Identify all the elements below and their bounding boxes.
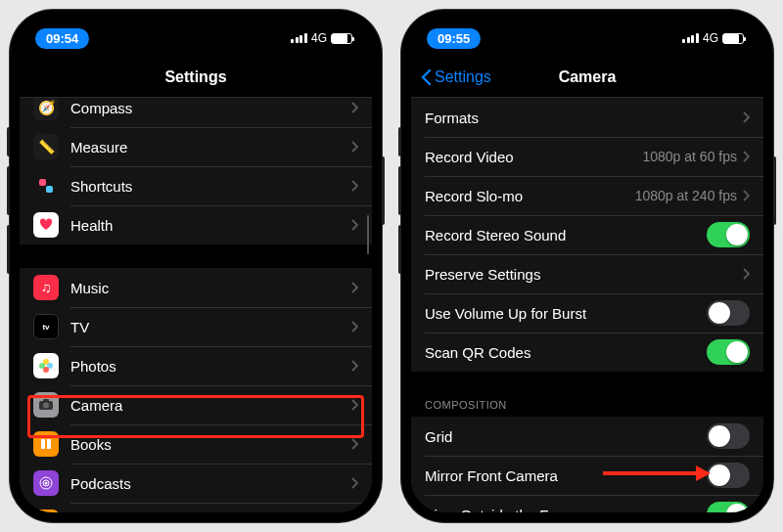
row-health[interactable]: Health (20, 205, 372, 244)
battery-icon (722, 33, 744, 44)
photos-icon (33, 353, 59, 378)
chevron-right-icon (351, 321, 358, 332)
row-label: Preserve Settings (425, 266, 743, 283)
annotation-arrow (603, 464, 711, 483)
notch (122, 20, 269, 45)
toggle-stereo-sound[interactable] (707, 222, 750, 247)
row-record-video[interactable]: Record Video 1080p at 60 fps (411, 137, 763, 176)
compass-icon: 🧭 (33, 98, 59, 120)
toggle-volume-burst[interactable] (707, 300, 750, 326)
toggle-scan-qr[interactable] (707, 339, 750, 365)
svg-point-5 (39, 363, 45, 369)
row-grid[interactable]: Grid (411, 417, 763, 456)
svg-rect-0 (39, 179, 46, 186)
back-button[interactable]: Settings (421, 57, 491, 97)
music-icon: ♫ (33, 275, 59, 300)
row-label: Scan QR Codes (425, 344, 707, 361)
chevron-right-icon (743, 151, 750, 162)
row-detail: 1080p at 240 fps (635, 188, 737, 203)
row-music[interactable]: ♫ Music (20, 268, 372, 307)
camera-settings-list[interactable]: Formats Record Video 1080p at 60 fps Rec… (411, 98, 763, 512)
page-title: Camera (559, 68, 617, 86)
row-label: Record Video (425, 149, 642, 165)
svg-point-7 (43, 403, 49, 409)
scroll-indicator[interactable] (367, 215, 370, 254)
health-icon (33, 212, 59, 238)
toggle-grid[interactable] (707, 423, 750, 449)
row-podcasts[interactable]: Podcasts (20, 464, 372, 503)
toggle-mirror-front-camera[interactable] (707, 463, 750, 488)
row-label: Music (70, 280, 351, 296)
row-camera[interactable]: Camera (20, 385, 372, 424)
row-record-slomo[interactable]: Record Slo-mo 1080p at 240 fps (411, 176, 763, 215)
signal-icon (682, 33, 699, 43)
row-detail: 1080p at 60 fps (642, 149, 737, 164)
chevron-right-icon (351, 102, 358, 113)
row-volume-burst[interactable]: Use Volume Up for Burst (411, 293, 763, 332)
row-shortcuts[interactable]: Shortcuts (20, 166, 372, 205)
nav-bar: Settings Camera (411, 57, 763, 98)
chevron-right-icon (351, 399, 358, 411)
chevron-right-icon (351, 180, 358, 192)
row-itunesu[interactable]: iTunes U (20, 503, 372, 512)
chevron-right-icon (351, 438, 358, 450)
settings-list[interactable]: 🧭 Compass 📏 Measure Shortcuts Health (20, 98, 372, 512)
row-label: Shortcuts (70, 178, 351, 195)
network-type: 4G (703, 31, 718, 45)
row-label: Formats (425, 110, 743, 126)
svg-rect-1 (46, 186, 53, 193)
toggle-view-outside-frame[interactable] (707, 502, 750, 512)
row-label: Health (70, 217, 351, 234)
chevron-right-icon (743, 190, 750, 201)
row-label: Measure (70, 139, 351, 155)
chevron-right-icon (351, 477, 358, 489)
row-mirror-front-camera[interactable]: Mirror Front Camera (411, 456, 763, 495)
row-label: Record Stereo Sound (425, 227, 707, 244)
row-label: TV (70, 319, 351, 335)
section-header-composition: COMPOSITION (411, 395, 763, 417)
chevron-right-icon (351, 219, 358, 231)
back-label: Settings (435, 68, 491, 86)
row-formats[interactable]: Formats (411, 98, 763, 137)
battery-icon (331, 33, 352, 44)
row-measure[interactable]: 📏 Measure (20, 127, 372, 166)
chevron-right-icon (743, 111, 750, 123)
row-label: Grid (425, 428, 707, 445)
camera-icon (33, 392, 59, 418)
status-time: 09:55 (427, 28, 481, 49)
row-view-outside-frame[interactable]: View Outside the Frame (411, 495, 763, 512)
measure-icon: 📏 (33, 134, 59, 159)
podcasts-icon (33, 470, 59, 496)
svg-rect-8 (43, 399, 49, 402)
page-title: Settings (164, 68, 226, 86)
shortcuts-icon (33, 173, 59, 199)
row-label: Podcasts (70, 475, 351, 492)
row-scan-qr[interactable]: Scan QR Codes (411, 332, 763, 372)
row-photos[interactable]: Photos (20, 346, 372, 385)
row-label: Camera (70, 397, 351, 414)
itunesu-icon (33, 510, 59, 512)
row-books[interactable]: Books (20, 424, 372, 464)
network-type: 4G (311, 31, 327, 45)
chevron-right-icon (743, 268, 750, 280)
svg-point-11 (45, 482, 48, 485)
books-icon (33, 431, 59, 457)
tv-icon: tv (33, 314, 59, 339)
row-label: Record Slo-mo (425, 188, 635, 204)
row-compass[interactable]: 🧭 Compass (20, 98, 372, 127)
chevron-right-icon (351, 282, 358, 293)
row-label: Compass (70, 100, 351, 116)
row-preserve-settings[interactable]: Preserve Settings (411, 254, 763, 293)
nav-bar: Settings (20, 57, 372, 98)
svg-marker-13 (696, 466, 711, 481)
row-tv[interactable]: tv TV (20, 307, 372, 346)
phone-left: 09:54 4G Settings 🧭 Compass 📏 Measure (10, 10, 382, 522)
chevron-right-icon (351, 360, 358, 372)
row-label: View Outside the Frame (425, 507, 707, 513)
row-label: Books (70, 436, 351, 453)
row-stereo-sound[interactable]: Record Stereo Sound (411, 215, 763, 254)
phone-right: 09:55 4G Settings Camera Formats Rec (401, 10, 773, 522)
status-time: 09:54 (35, 28, 89, 49)
chevron-left-icon (421, 68, 432, 86)
chevron-right-icon (351, 141, 358, 153)
